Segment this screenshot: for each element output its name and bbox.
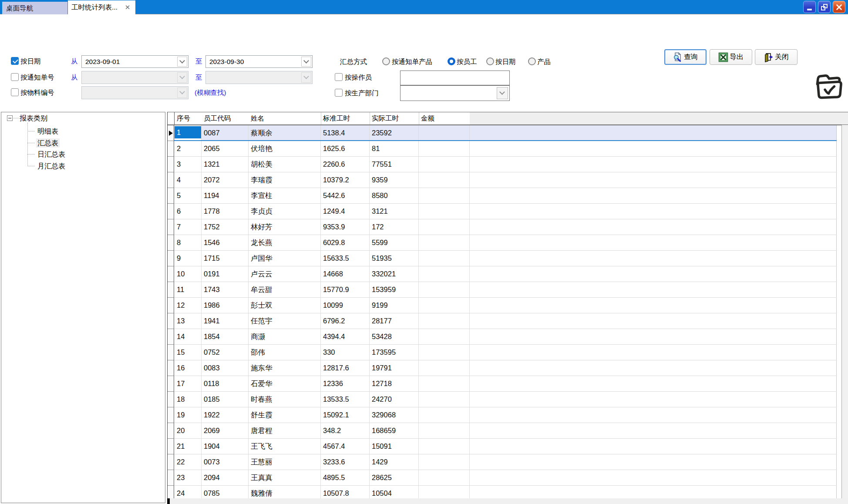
window-close-button[interactable]	[833, 1, 845, 13]
cell-姓名[interactable]: 时春燕	[249, 392, 321, 407]
cell-实际工时[interactable]: 168659	[370, 423, 419, 438]
by-operator-checkbox[interactable]	[335, 73, 343, 81]
summary-mode-option-label[interactable]: 按日期	[495, 58, 516, 66]
cell-标准工时[interactable]: 10379.2	[321, 172, 370, 188]
table-row[interactable]: 111743牟云甜15770.9153959	[168, 282, 837, 298]
cell-实际工时[interactable]: 28177	[370, 313, 419, 329]
cell-实际工时[interactable]: 1429	[370, 454, 419, 470]
cell-实际工时[interactable]: 28625	[370, 470, 419, 485]
cell-金额[interactable]	[419, 157, 470, 172]
row-header-gutter[interactable]	[168, 266, 174, 282]
cell-序号[interactable]: 5	[175, 188, 202, 203]
export-button[interactable]: 导出	[710, 49, 752, 65]
row-header-gutter[interactable]	[168, 235, 174, 251]
tab-work-hours-list[interactable]: 工时统计列表... ✕	[68, 0, 135, 15]
cell-姓名[interactable]: 卢国华	[249, 251, 321, 266]
by-notice-checkbox[interactable]	[11, 73, 19, 81]
vertical-scrollbar[interactable]	[841, 125, 848, 498]
scrollbar-thumb[interactable]	[167, 498, 170, 504]
cell-员工代码[interactable]: 0785	[202, 486, 249, 498]
row-header-gutter[interactable]	[168, 439, 174, 454]
cell-序号[interactable]: 1	[175, 125, 202, 141]
cell-标准工时[interactable]: 15770.9	[321, 282, 370, 297]
cell-标准工时[interactable]: 330	[321, 345, 370, 360]
row-header-gutter[interactable]	[168, 486, 174, 498]
cell-金额[interactable]	[419, 423, 470, 438]
cell-序号[interactable]: 4	[175, 172, 202, 188]
tree-root-node[interactable]: 报表类别	[20, 114, 47, 123]
cell-标准工时[interactable]: 6796.2	[321, 313, 370, 329]
row-header-gutter[interactable]	[168, 298, 174, 313]
row-header-gutter[interactable]	[168, 157, 174, 172]
cell-标准工时[interactable]: 348.2	[321, 423, 370, 438]
cell-标准工时[interactable]: 2260.6	[321, 157, 370, 172]
cell-姓名[interactable]: 伏培艳	[249, 141, 321, 156]
tab-close-icon[interactable]: ✕	[123, 0, 132, 14]
table-row[interactable]: 22065伏培艳1625.681	[168, 141, 837, 157]
cell-姓名[interactable]: 舒生霞	[249, 407, 321, 423]
tab-desktop-navigation[interactable]: 桌面导航	[2, 2, 67, 14]
cell-序号[interactable]: 24	[175, 486, 202, 498]
cell-标准工时[interactable]: 4895.5	[321, 470, 370, 485]
operator-input[interactable]	[400, 71, 510, 85]
table-row[interactable]: 191922舒生霞15092.1329068	[168, 407, 837, 423]
cell-序号[interactable]: 22	[175, 454, 202, 470]
cell-序号[interactable]: 15	[175, 345, 202, 360]
cell-序号[interactable]: 2	[175, 141, 202, 156]
cell-实际工时[interactable]: 8580	[370, 188, 419, 203]
cell-标准工时[interactable]: 1249.4	[321, 204, 370, 219]
cell-实际工时[interactable]: 5599	[370, 235, 419, 250]
query-button[interactable]: 查询	[664, 49, 707, 65]
cell-序号[interactable]: 8	[175, 235, 202, 250]
table-row[interactable]: 220073王慧丽3233.61429	[168, 454, 837, 470]
cell-金额[interactable]	[419, 407, 470, 423]
row-header-gutter[interactable]	[168, 282, 174, 298]
cell-标准工时[interactable]: 12817.6	[321, 360, 370, 376]
cell-员工代码[interactable]: 0185	[202, 392, 249, 407]
cell-员工代码[interactable]: 0118	[202, 376, 249, 391]
cell-序号[interactable]: 19	[175, 407, 202, 423]
cell-实际工时[interactable]: 332021	[370, 266, 419, 282]
cell-金额[interactable]	[419, 298, 470, 313]
cell-员工代码[interactable]: 0191	[202, 266, 249, 282]
cell-金额[interactable]	[419, 376, 470, 391]
row-header-gutter[interactable]	[168, 360, 174, 376]
cell-实际工时[interactable]: 9199	[370, 298, 419, 313]
date-from-dropdown-icon[interactable]	[177, 57, 187, 67]
column-header-6[interactable]: 金额	[419, 112, 470, 124]
row-header-gutter[interactable]	[168, 125, 174, 141]
cell-员工代码[interactable]: 1715	[202, 251, 249, 266]
cell-标准工时[interactable]: 4567.4	[321, 439, 370, 454]
cell-标准工时[interactable]: 5138.4	[321, 125, 370, 141]
column-header-1[interactable]: 序号	[175, 112, 202, 124]
row-header-gutter[interactable]	[168, 141, 174, 157]
row-header-gutter[interactable]	[168, 423, 174, 439]
cell-标准工时[interactable]: 9353.9	[321, 219, 370, 235]
cell-姓名[interactable]: 王真真	[249, 470, 321, 485]
cell-序号[interactable]: 7	[175, 219, 202, 235]
cell-员工代码[interactable]: 1546	[202, 235, 249, 250]
cell-标准工时[interactable]: 6029.8	[321, 235, 370, 250]
cell-实际工时[interactable]: 153959	[370, 282, 419, 297]
cell-实际工时[interactable]: 53428	[370, 329, 419, 344]
cell-员工代码[interactable]: 0073	[202, 454, 249, 470]
summary-mode-radio-3[interactable]	[528, 57, 536, 65]
cell-实际工时[interactable]: 23592	[370, 125, 419, 141]
table-row[interactable]: 232094王真真4895.528625	[168, 470, 837, 486]
table-row[interactable]: 211904王飞飞4567.415091	[168, 439, 837, 454]
cell-实际工时[interactable]: 19791	[370, 360, 419, 376]
row-header-gutter[interactable]	[168, 204, 174, 219]
cell-姓名[interactable]: 魏雅倩	[249, 486, 321, 498]
cell-实际工时[interactable]: 12718	[370, 376, 419, 391]
cell-实际工时[interactable]: 10504	[370, 486, 419, 498]
table-row[interactable]: 180185时春燕13533.524270	[168, 392, 837, 407]
cell-金额[interactable]	[419, 235, 470, 250]
cell-姓名[interactable]: 龙长燕	[249, 235, 321, 250]
summary-mode-option-label[interactable]: 产品	[537, 58, 551, 66]
cell-姓名[interactable]: 蔡顺余	[249, 125, 321, 141]
cell-金额[interactable]	[419, 172, 470, 188]
summary-mode-option-label[interactable]: 按员工	[457, 58, 477, 66]
cell-员工代码[interactable]: 2094	[202, 470, 249, 485]
table-row[interactable]: 31321胡松美2260.677551	[168, 157, 837, 172]
cell-实际工时[interactable]: 172	[370, 219, 419, 235]
